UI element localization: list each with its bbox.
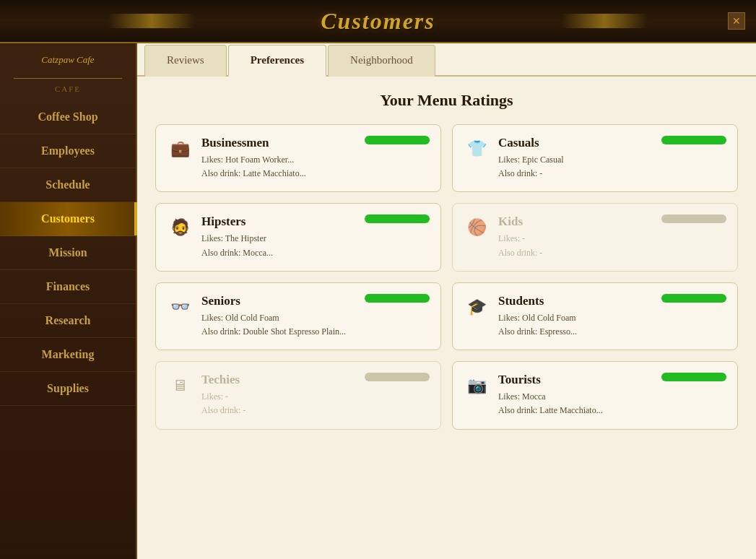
sidebar-item-mission[interactable]: Mission: [0, 236, 136, 270]
students-rating-bar: [661, 294, 726, 303]
students-rating: [661, 294, 726, 303]
sidebar-item-research[interactable]: Research: [0, 304, 136, 338]
tourists-detail2: Also drink: Latte Macchiato...: [498, 404, 726, 417]
content-area: Reviews Preferences Neighborhood Your Me…: [137, 43, 756, 559]
sidebar: Catzpaw Cafe CAFE Coffee Shop Employees …: [0, 43, 137, 559]
tab-preferences[interactable]: Preferences: [228, 45, 326, 77]
customer-card-seniors: 👓 Seniors Likes: Old Cold Foam Also drin…: [155, 282, 441, 350]
title-bar: Customers ✕: [0, 0, 756, 43]
seniors-rating-bar: [365, 294, 430, 303]
hipsters-icon: 🧔: [167, 214, 193, 240]
customer-card-casuals: 👕 Casuals Likes: Epic Casual Also drink:…: [452, 124, 738, 192]
hipsters-detail2: Also drink: Mocca...: [201, 246, 430, 260]
customer-card-kids: 🏀 Kids Likes: - Also drink: -: [452, 203, 738, 271]
sidebar-divider: [14, 78, 122, 79]
customer-card-students: 🎓 Students Likes: Old Cold Foam Also dri…: [452, 282, 738, 350]
seniors-rating: [365, 294, 430, 303]
seniors-icon: 👓: [167, 294, 193, 320]
kids-rating-bar: [661, 214, 726, 223]
techies-detail1: Likes: -: [201, 390, 430, 404]
techies-icon: 🖥: [167, 373, 193, 399]
tab-bar: Reviews Preferences Neighborhood: [137, 43, 756, 77]
techies-detail2: Also drink: -: [201, 404, 430, 417]
seniors-detail2: Also drink: Double Shot Espresso Plain..…: [201, 325, 430, 339]
businessmen-detail1: Likes: Hot Foam Worker...: [201, 153, 430, 167]
casuals-rating: [661, 136, 726, 144]
businessmen-rating: [365, 136, 430, 144]
sidebar-item-supplies[interactable]: Supplies: [0, 372, 136, 406]
casuals-detail2: Also drink: -: [498, 167, 726, 181]
casuals-detail1: Likes: Epic Casual: [498, 153, 726, 167]
casuals-rating-bar: [661, 136, 726, 144]
sidebar-item-customers[interactable]: Customers: [0, 202, 136, 236]
tourists-detail1: Likes: Mocca: [498, 390, 726, 404]
tab-neighborhood[interactable]: Neighborhood: [328, 45, 435, 77]
hipsters-rating: [365, 214, 430, 223]
techies-rating: [365, 373, 430, 381]
students-detail2: Also drink: Espresso...: [498, 325, 726, 339]
customer-card-techies: 🖥 Techies Likes: - Also drink: -: [155, 361, 441, 429]
kids-rating: [661, 214, 726, 223]
sidebar-item-employees[interactable]: Employees: [0, 134, 136, 168]
cafe-logo: Catzpaw Cafe: [41, 54, 94, 66]
customer-card-businessmen: 💼 Businessmen Likes: Hot Foam Worker... …: [155, 124, 441, 192]
main-layout: Catzpaw Cafe CAFE Coffee Shop Employees …: [0, 43, 756, 559]
tourists-rating: [661, 373, 726, 381]
customer-card-hipsters: 🧔 Hipsters Likes: The Hipster Also drink…: [155, 203, 441, 271]
kids-icon: 🏀: [464, 214, 490, 240]
kids-detail2: Also drink: -: [498, 246, 726, 260]
hipsters-rating-bar: [365, 214, 430, 223]
panel-title: Your Menu Ratings: [155, 91, 738, 110]
cafe-section-label: CAFE: [55, 84, 81, 93]
sidebar-item-schedule[interactable]: Schedule: [0, 168, 136, 202]
seniors-detail1: Likes: Old Cold Foam: [201, 311, 430, 325]
preferences-panel: Your Menu Ratings 💼 Businessmen Likes: H…: [137, 77, 756, 559]
window-title: Customers: [321, 8, 435, 35]
businessmen-rating-bar: [365, 136, 430, 144]
tourists-icon: 📷: [464, 373, 490, 399]
tourists-rating-bar: [661, 373, 726, 381]
tab-reviews[interactable]: Reviews: [144, 45, 227, 77]
customers-grid: 💼 Businessmen Likes: Hot Foam Worker... …: [155, 124, 738, 430]
hipsters-detail1: Likes: The Hipster: [201, 232, 430, 246]
customer-card-tourists: 📷 Tourists Likes: Mocca Also drink: Latt…: [452, 361, 738, 429]
students-icon: 🎓: [464, 294, 490, 320]
businessmen-detail2: Also drink: Latte Macchiato...: [201, 167, 430, 181]
casuals-icon: 👕: [464, 136, 490, 162]
close-button[interactable]: ✕: [728, 12, 745, 30]
sidebar-item-coffee-shop[interactable]: Coffee Shop: [0, 100, 136, 134]
businessmen-icon: 💼: [167, 136, 193, 162]
techies-rating-bar: [365, 373, 430, 381]
sidebar-item-marketing[interactable]: Marketing: [0, 338, 136, 372]
sidebar-item-finances[interactable]: Finances: [0, 270, 136, 304]
students-detail1: Likes: Old Cold Foam: [498, 311, 726, 325]
kids-detail1: Likes: -: [498, 232, 726, 246]
